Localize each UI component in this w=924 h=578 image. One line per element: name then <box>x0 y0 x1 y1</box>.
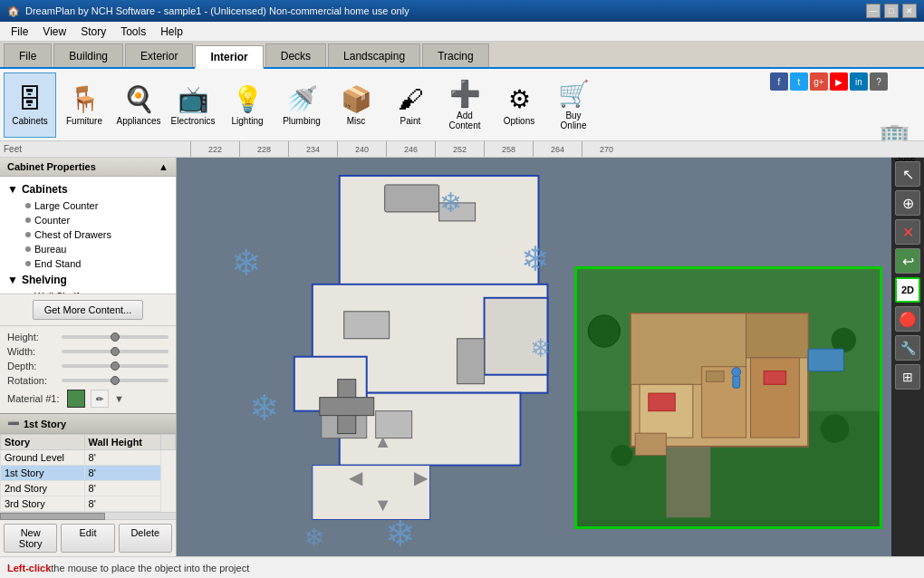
width-slider[interactable] <box>62 350 168 353</box>
facebook-icon[interactable]: f <box>770 72 788 91</box>
toolbar-appliances[interactable]: 🍳 Appliances <box>112 72 165 138</box>
tab-interior[interactable]: Interior <box>195 45 263 69</box>
linkedin-icon[interactable]: in <box>850 72 868 91</box>
toolbar-buy-online-label: Buy Online <box>552 111 595 130</box>
tab-file[interactable]: File <box>4 43 52 67</box>
status-message: the mouse to place the object into the p… <box>51 563 249 573</box>
2d-view-button[interactable]: 2D <box>895 277 920 303</box>
toolbar-plumbing-label: Plumbing <box>283 116 321 126</box>
toolbar-plumbing[interactable]: 🚿 Plumbing <box>275 72 328 138</box>
menu-help[interactable]: Help <box>153 24 190 40</box>
material-edit-button[interactable]: ✏ <box>91 390 109 408</box>
story-collapse-icon: ➖ <box>7 418 20 429</box>
svg-point-35 <box>732 368 741 377</box>
story-table: Story Wall Height Ground Level 8' 1st St… <box>0 434 176 512</box>
col-story: Story <box>1 435 85 450</box>
toolbar-add-content[interactable]: ➕ Add Content <box>438 72 491 138</box>
twitter-icon[interactable]: t <box>790 72 808 91</box>
toolbar-paint[interactable]: 🖌 Paint <box>384 72 437 138</box>
story-3rd-height: 8' <box>84 496 160 512</box>
toolbar-lighting[interactable]: 💡 Lighting <box>221 72 274 138</box>
tree-wall-shelf[interactable]: Wall Shelf <box>4 289 172 294</box>
svg-text:▼: ▼ <box>374 495 392 515</box>
svg-rect-34 <box>733 376 740 389</box>
close-button[interactable]: ✕ <box>902 4 917 18</box>
maximize-button[interactable]: □ <box>884 4 899 18</box>
table-row[interactable]: Ground Level 8' <box>1 450 176 466</box>
furniture-icon: 🪑 <box>69 84 101 114</box>
tree-dot-icon <box>25 294 31 294</box>
delete-story-button[interactable]: Delete <box>119 524 172 553</box>
menu-tools[interactable]: Tools <box>113 24 153 40</box>
tab-landscaping[interactable]: Landscaping <box>328 43 420 67</box>
table-row[interactable]: 2nd Story 8' <box>1 481 176 496</box>
tree-cabinets-group[interactable]: ▼ Cabinets <box>4 180 172 198</box>
rotation-slider[interactable] <box>62 379 168 382</box>
panel-collapse-icon[interactable]: ▲ <box>159 161 168 172</box>
toolbar-options[interactable]: ⚙ Options <box>493 72 545 138</box>
settings-button[interactable]: 🔧 <box>895 335 920 361</box>
youtube-icon[interactable]: ▶ <box>830 72 848 91</box>
material-swatch[interactable] <box>67 390 85 408</box>
toolbar-cabinets[interactable]: 🗄 Cabinets <box>4 72 56 138</box>
toolbar-buy-online[interactable]: 🛒 Buy Online <box>547 72 600 138</box>
menu-view[interactable]: View <box>35 24 73 40</box>
tab-exterior[interactable]: Exterior <box>125 43 193 67</box>
tree-dot-icon <box>25 217 31 223</box>
depth-slider[interactable] <box>62 364 168 368</box>
social-icons: f t g+ ▶ in ? <box>770 72 888 91</box>
svg-text:❄: ❄ <box>521 240 550 278</box>
table-row[interactable]: 3rd Story 8' <box>1 496 176 512</box>
material-dropdown-icon[interactable]: ▼ <box>114 393 124 404</box>
story-scrollbar-thumb[interactable] <box>0 513 105 520</box>
pan-button[interactable]: ⊕ <box>895 190 920 216</box>
story-scrollbar[interactable] <box>0 512 176 519</box>
get-more-content-button[interactable]: Get More Content... <box>33 300 144 320</box>
toolbar-misc[interactable]: 📦 Misc <box>330 72 382 138</box>
table-row[interactable]: 1st Story 8' <box>1 466 176 481</box>
svg-text:❄: ❄ <box>530 334 551 362</box>
svg-rect-11 <box>457 339 485 384</box>
new-story-button[interactable]: New Story <box>4 524 57 553</box>
toolbar-electronics[interactable]: 📺 Electronics <box>167 72 219 138</box>
tree-counter[interactable]: Counter <box>4 213 172 227</box>
menu-story[interactable]: Story <box>73 24 113 40</box>
tree-expand-icon: ▼ <box>7 183 18 196</box>
toolbar-lighting-label: Lighting <box>231 116 263 126</box>
delete-button[interactable]: ✕ <box>895 219 920 245</box>
rotation-row: Rotation: <box>7 375 168 386</box>
3d-view-button[interactable]: 🔴 <box>895 306 920 332</box>
toolbar-furniture[interactable]: 🪑 Furniture <box>58 72 111 138</box>
googleplus-icon[interactable]: g+ <box>810 72 828 91</box>
grid-button[interactable]: ⊞ <box>895 364 920 390</box>
tab-tracing[interactable]: Tracing <box>422 43 489 67</box>
tree-end-stand-label: End Stand <box>34 258 81 269</box>
story-buttons: New Story Edit Delete <box>0 519 176 556</box>
minimize-button[interactable]: — <box>866 4 881 18</box>
tree-chest-of-drawers[interactable]: Chest of Drawers <box>4 227 172 242</box>
story-2nd-height: 8' <box>84 481 160 496</box>
col-wall-height: Wall Height <box>84 435 160 450</box>
tab-building[interactable]: Building <box>53 43 123 67</box>
svg-text:❄: ❄ <box>249 388 280 428</box>
tab-decks[interactable]: Decks <box>265 43 326 67</box>
ruler-ticks: 222 228 234 240 246 252 258 264 270 <box>190 141 630 158</box>
tree-chest-label: Chest of Drawers <box>34 229 111 240</box>
svg-text:❄: ❄ <box>231 243 262 283</box>
toolbar-paint-label: Paint <box>400 116 421 126</box>
material-label: Material #1: <box>7 393 62 404</box>
story-header[interactable]: ➖ 1st Story <box>0 414 176 434</box>
tree-end-stand[interactable]: End Stand <box>4 256 172 271</box>
canvas-area[interactable]: ❄ ❄ ❄ ❄ ❄ ❄ ❄ ▲ ▼ ◀ ▶ <box>177 158 891 556</box>
tree-large-counter[interactable]: Large Counter <box>4 198 172 213</box>
undo-button[interactable]: ↩ <box>895 248 920 274</box>
svg-rect-7 <box>385 185 439 212</box>
tree-shelving-group[interactable]: ▼ Shelving <box>4 271 172 289</box>
edit-story-button[interactable]: Edit <box>61 524 114 553</box>
depth-row: Depth: <box>7 361 168 371</box>
tree-bureau[interactable]: Bureau <box>4 242 172 256</box>
height-slider[interactable] <box>62 335 168 339</box>
menu-file[interactable]: File <box>4 24 35 40</box>
main-area: Cabinet Properties ▲ ▼ Cabinets Large Co… <box>0 158 924 556</box>
help-icon[interactable]: ? <box>870 72 888 91</box>
